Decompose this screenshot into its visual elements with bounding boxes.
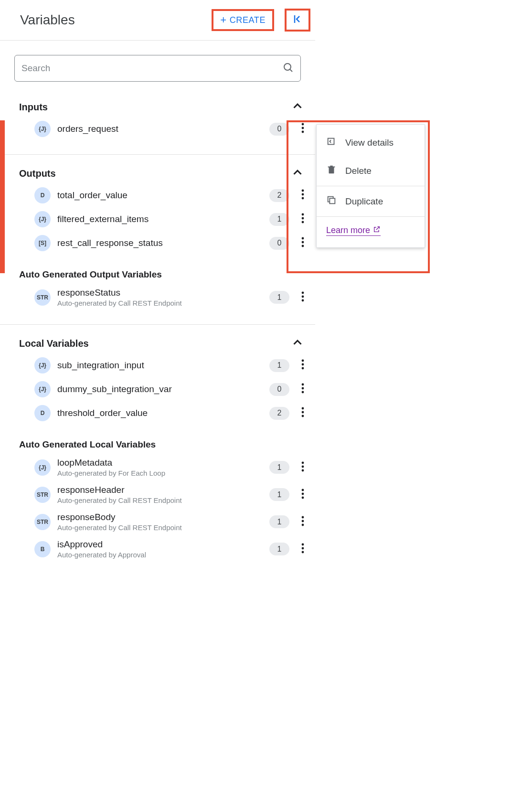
variable-name: responseStatus: [57, 288, 263, 298]
menu-duplicate[interactable]: Duplicate: [317, 187, 425, 215]
svg-point-22: [302, 387, 304, 390]
variable-row[interactable]: {J} orders_request 0: [0, 117, 315, 141]
type-chip-double-icon: D: [34, 187, 51, 203]
more-vert-icon: [301, 291, 304, 304]
svg-point-3: [302, 123, 304, 126]
auto-locals-title: Auto Generated Local Variables: [0, 425, 315, 454]
variable-row[interactable]: [S] rest_call_response_status 0: [0, 231, 315, 255]
more-actions-button[interactable]: [296, 543, 309, 555]
variable-subtext: Auto-generated by For Each Loop: [57, 469, 263, 477]
svg-point-28: [302, 465, 304, 468]
auto-outputs-title: Auto Generated Output Variables: [0, 255, 315, 284]
usage-count-badge: 1: [269, 461, 289, 474]
variable-row[interactable]: STR responseStatus Auto-generated by Cal…: [0, 284, 315, 311]
variable-name: isApproved: [57, 539, 263, 550]
create-button[interactable]: + CREATE: [212, 9, 274, 31]
menu-delete[interactable]: Delete: [317, 157, 425, 185]
variable-row[interactable]: STR responseHeader Auto-generated by Cal…: [0, 481, 315, 508]
more-actions-button[interactable]: [296, 359, 309, 372]
section-outputs-header[interactable]: Outputs: [0, 155, 315, 183]
section-locals-header[interactable]: Local Variables: [0, 325, 315, 353]
variable-name: filtered_external_items: [57, 214, 263, 224]
svg-point-9: [302, 213, 304, 216]
usage-count-badge: 0: [269, 237, 289, 250]
svg-point-15: [302, 291, 304, 294]
more-actions-button[interactable]: [296, 213, 309, 225]
panel-header: Variables + CREATE: [0, 0, 315, 41]
variable-row[interactable]: {J} sub_integration_input 1: [0, 353, 315, 377]
menu-separator: [317, 216, 425, 217]
svg-point-18: [302, 360, 304, 362]
search-input[interactable]: [21, 63, 282, 74]
variable-subtext: Auto-generated by Approval: [57, 551, 263, 559]
svg-point-36: [302, 543, 304, 545]
svg-point-16: [302, 295, 304, 298]
variable-row[interactable]: D total_order_value 2: [0, 183, 315, 207]
menu-label: Duplicate: [345, 196, 383, 207]
type-chip-string-icon: STR: [34, 514, 51, 530]
more-actions-button[interactable]: [296, 489, 309, 501]
variable-name: orders_request: [57, 124, 263, 134]
more-actions-button[interactable]: [296, 407, 309, 419]
svg-point-5: [302, 131, 304, 133]
type-chip-boolean-icon: B: [34, 541, 51, 557]
more-actions-button[interactable]: [296, 461, 309, 474]
more-actions-button[interactable]: [296, 516, 309, 528]
more-vert-icon: [301, 123, 304, 135]
view-details-icon: [326, 136, 337, 149]
chevron-first-icon: [292, 13, 303, 27]
variable-row[interactable]: STR responseBody Auto-generated by Call …: [0, 508, 315, 535]
svg-point-10: [302, 217, 304, 220]
menu-separator: [317, 186, 425, 186]
svg-rect-39: [328, 139, 334, 145]
variable-row[interactable]: B isApproved Auto-generated by Approval …: [0, 535, 315, 563]
svg-point-11: [302, 221, 304, 224]
usage-count-badge: 1: [269, 291, 289, 304]
chevron-up-icon: [290, 335, 305, 352]
search-box[interactable]: [14, 55, 301, 82]
svg-point-26: [302, 415, 304, 417]
svg-point-27: [302, 461, 304, 464]
svg-point-17: [302, 299, 304, 301]
usage-count-badge: 1: [269, 359, 289, 372]
more-actions-button[interactable]: [296, 383, 309, 395]
more-actions-button[interactable]: [296, 237, 309, 249]
more-vert-icon: [301, 489, 304, 501]
section-locals-title: Local Variables: [19, 338, 89, 349]
learn-more-link[interactable]: Learn more: [326, 225, 381, 236]
search-icon: [282, 62, 294, 75]
svg-point-6: [302, 190, 304, 192]
variable-row[interactable]: D threshold_order_value 2: [0, 401, 315, 425]
variable-row[interactable]: {J} loopMetadata Auto-generated by For E…: [0, 454, 315, 481]
more-vert-icon: [301, 461, 304, 474]
external-link-icon: [373, 225, 381, 235]
more-vert-icon: [301, 189, 304, 202]
more-actions-button[interactable]: [296, 291, 309, 304]
svg-point-13: [302, 241, 304, 244]
more-actions-button[interactable]: [296, 123, 309, 135]
section-inputs-header[interactable]: Inputs: [0, 88, 315, 117]
type-chip-json-icon: {J}: [34, 121, 51, 137]
more-vert-icon: [301, 383, 304, 395]
more-vert-icon: [301, 516, 304, 528]
usage-count-badge: 1: [269, 543, 289, 555]
more-actions-button[interactable]: [296, 189, 309, 202]
collapse-panel-button[interactable]: [285, 9, 310, 32]
more-vert-icon: [301, 407, 304, 419]
svg-point-8: [302, 197, 304, 200]
type-chip-json-icon: {J}: [34, 357, 51, 373]
variable-name: loopMetadata: [57, 458, 263, 468]
type-chip-string-icon: STR: [34, 289, 51, 306]
svg-point-4: [302, 127, 304, 129]
usage-count-badge: 1: [269, 488, 289, 501]
usage-count-badge: 2: [269, 407, 289, 420]
more-vert-icon: [301, 213, 304, 225]
svg-point-34: [302, 520, 304, 522]
svg-point-14: [302, 245, 304, 247]
variable-name: responseBody: [57, 512, 263, 522]
svg-point-37: [302, 547, 304, 549]
menu-view-details[interactable]: View details: [317, 128, 425, 157]
variable-row[interactable]: {J} dummy_sub_integration_var 0: [0, 377, 315, 401]
learn-more-label: Learn more: [326, 225, 370, 235]
variable-row[interactable]: {J} filtered_external_items 1: [0, 207, 315, 231]
